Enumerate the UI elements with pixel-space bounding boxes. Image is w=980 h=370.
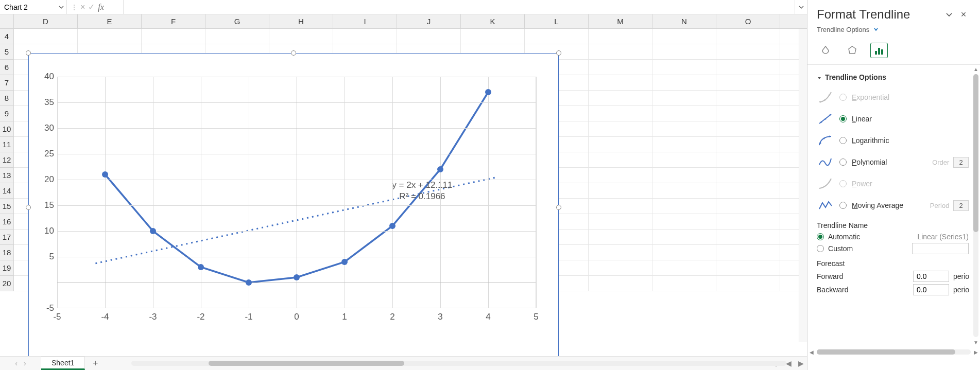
radio-linear[interactable] — [839, 115, 847, 122]
grid-horizontal-scrollbar[interactable]: ⋮ ◀ ▶ — [106, 357, 807, 370]
column-header[interactable]: G — [205, 14, 269, 29]
cell[interactable] — [589, 152, 652, 168]
hscroll-right-icon[interactable]: ▶ — [795, 359, 807, 367]
cell[interactable] — [652, 106, 716, 121]
add-sheet-button[interactable]: + — [85, 357, 106, 370]
row-header[interactable]: 13 — [0, 168, 14, 183]
cell[interactable] — [652, 199, 716, 214]
pane-vscroll-down-icon[interactable]: ▼ — [973, 338, 978, 346]
column-header[interactable]: N — [652, 14, 716, 29]
column-header[interactable]: M — [589, 14, 652, 29]
column-header[interactable]: F — [142, 14, 205, 29]
row-header[interactable]: 5 — [0, 44, 14, 60]
data-point[interactable] — [102, 171, 108, 178]
option-moving-average[interactable]: Moving Average Period — [817, 195, 969, 216]
cell[interactable] — [716, 214, 780, 230]
cell[interactable] — [589, 214, 652, 230]
option-linear[interactable]: Linear — [817, 108, 969, 130]
cell[interactable] — [716, 183, 780, 199]
pane-vertical-scrollbar[interactable]: ▲ ▼ — [972, 65, 980, 346]
radio-name-custom[interactable] — [817, 245, 824, 252]
column-header[interactable]: D — [14, 14, 78, 29]
row-header[interactable]: 9 — [0, 106, 14, 121]
cell[interactable] — [652, 121, 716, 137]
row-header[interactable]: 18 — [0, 245, 14, 260]
cell[interactable] — [652, 75, 716, 91]
row-header[interactable]: 7 — [0, 75, 14, 91]
pane-close-icon[interactable]: × — [956, 7, 971, 22]
cell[interactable] — [716, 260, 780, 276]
chart-handle[interactable] — [26, 205, 31, 210]
cell[interactable] — [652, 152, 716, 168]
pane-subtitle-row[interactable]: Trendline Options — [807, 24, 980, 39]
grid-vertical-scrollbar[interactable] — [799, 29, 807, 342]
chart-handle[interactable] — [556, 205, 561, 210]
cell[interactable] — [14, 29, 78, 44]
pane-vscroll-up-icon[interactable]: ▲ — [973, 65, 978, 73]
cell[interactable] — [652, 183, 716, 199]
pane-options-icon[interactable] — [942, 7, 956, 22]
chart-handle[interactable] — [291, 50, 296, 56]
confirm-input-icon[interactable]: ✓ — [88, 2, 95, 12]
data-point[interactable] — [485, 89, 491, 95]
data-point[interactable] — [294, 274, 300, 280]
column-header[interactable]: E — [78, 14, 142, 29]
pane-hscroll-right-icon[interactable]: ▶ — [972, 349, 980, 355]
cell[interactable] — [589, 106, 652, 121]
row-header[interactable]: 19 — [0, 260, 14, 276]
cell[interactable] — [589, 276, 652, 291]
cell[interactable] — [716, 106, 780, 121]
row-header[interactable]: 11 — [0, 137, 14, 152]
data-point[interactable] — [246, 279, 252, 286]
row-header[interactable]: 6 — [0, 60, 14, 75]
cell[interactable] — [589, 230, 652, 245]
pane-horizontal-scrollbar[interactable]: ◀ ▶ — [807, 347, 980, 357]
option-logarithmic[interactable]: Logarithmic — [817, 130, 969, 151]
radio-name-automatic[interactable] — [817, 233, 824, 240]
cell[interactable] — [716, 199, 780, 214]
cell[interactable] — [716, 44, 780, 60]
tab-prev-icon[interactable]: ‹ — [15, 359, 18, 367]
forward-input[interactable] — [913, 271, 949, 282]
option-power[interactable]: Power — [817, 173, 969, 195]
fill-line-tab[interactable] — [817, 43, 834, 58]
split-icon[interactable]: ⋮ — [71, 4, 77, 11]
tab-next-icon[interactable]: › — [24, 359, 26, 367]
cancel-input-icon[interactable]: × — [80, 3, 85, 12]
chart-handle[interactable] — [26, 50, 31, 56]
cell[interactable] — [652, 214, 716, 230]
option-exponential[interactable]: Exponential — [817, 86, 969, 108]
cell[interactable] — [525, 29, 589, 44]
cell[interactable] — [269, 29, 333, 44]
column-header[interactable]: P — [780, 14, 807, 29]
trendline-options-tab[interactable] — [870, 43, 888, 58]
data-point[interactable] — [341, 259, 348, 265]
row-header[interactable]: 16 — [0, 214, 14, 230]
cell[interactable] — [716, 91, 780, 106]
formula-input[interactable] — [124, 0, 795, 14]
cell[interactable] — [205, 29, 269, 44]
effects-tab[interactable] — [844, 43, 861, 58]
cell[interactable] — [589, 60, 652, 75]
section-trendline-options[interactable]: Trendline Options — [817, 73, 969, 81]
name-box-input[interactable] — [0, 0, 56, 14]
cell[interactable] — [589, 245, 652, 260]
name-custom[interactable]: Custom — [828, 244, 908, 253]
column-header[interactable]: I — [333, 14, 397, 29]
row-header[interactable]: 17 — [0, 230, 14, 245]
name-box-dropdown[interactable] — [56, 4, 66, 10]
cell[interactable] — [652, 91, 716, 106]
row-header[interactable]: 10 — [0, 121, 14, 137]
cell[interactable] — [716, 245, 780, 260]
cell[interactable] — [652, 260, 716, 276]
data-point[interactable] — [198, 264, 204, 270]
cell[interactable] — [589, 183, 652, 199]
hscroll-thumb[interactable] — [209, 361, 404, 366]
cell[interactable] — [397, 29, 461, 44]
select-all-corner[interactable] — [0, 14, 14, 29]
cell[interactable] — [652, 60, 716, 75]
column-header[interactable]: L — [525, 14, 589, 29]
row-header[interactable]: 4 — [0, 29, 14, 44]
column-header[interactable]: H — [269, 14, 333, 29]
cell[interactable] — [142, 29, 205, 44]
